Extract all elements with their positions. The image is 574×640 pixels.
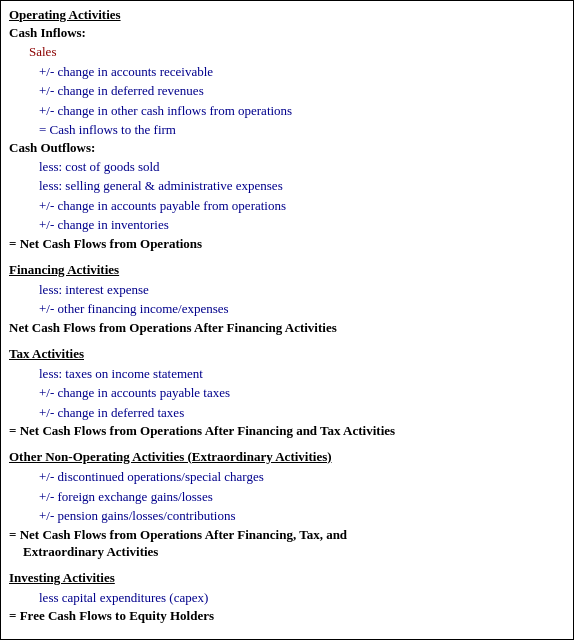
financing-activities-title: Financing Activities xyxy=(9,262,565,278)
cash-outflows-label: Cash Outflows: xyxy=(9,140,565,156)
pension-gains-losses: +/- pension gains/losses/contributions xyxy=(9,506,565,526)
cash-inflows-label: Cash Inflows: xyxy=(9,25,565,41)
operating-activities-section: Operating Activities Cash Inflows: Sales… xyxy=(9,7,565,252)
net-cash-flows-after-financing-tax-extraordinary-line2: Extraordinary Activities xyxy=(9,544,565,560)
capital-expenditures: less capital expenditures (capex) xyxy=(9,588,565,608)
free-cash-flows-equity: = Free Cash Flows to Equity Holders xyxy=(9,608,565,624)
cost-of-goods-sold: less: cost of goods sold xyxy=(9,157,565,177)
selling-general-admin: less: selling general & administrative e… xyxy=(9,176,565,196)
cash-inflows-to-firm: = Cash inflows to the firm xyxy=(9,120,565,140)
taxes-on-income-statement: less: taxes on income statement xyxy=(9,364,565,384)
change-deferred-revenues: +/- change in deferred revenues xyxy=(9,81,565,101)
net-cash-flows-after-financing-tax-extraordinary-line1: = Net Cash Flows from Operations After F… xyxy=(9,527,565,543)
tax-activities-section: Tax Activities less: taxes on income sta… xyxy=(9,346,565,440)
change-inventories: +/- change in inventories xyxy=(9,215,565,235)
net-cash-flows-after-financing: Net Cash Flows from Operations After Fin… xyxy=(9,320,565,336)
change-accounts-payable-taxes: +/- change in accounts payable taxes xyxy=(9,383,565,403)
sales-item: Sales xyxy=(9,42,565,62)
foreign-exchange-gains-losses: +/- foreign exchange gains/losses xyxy=(9,487,565,507)
other-activities-section: Other Non-Operating Activities (Extraord… xyxy=(9,449,565,560)
change-accounts-receivable: +/- change in accounts receivable xyxy=(9,62,565,82)
operating-activities-title: Operating Activities xyxy=(9,7,565,23)
net-cash-flows-operations: = Net Cash Flows from Operations xyxy=(9,236,565,252)
investing-activities-section: Investing Activities less capital expend… xyxy=(9,570,565,625)
change-deferred-taxes: +/- change in deferred taxes xyxy=(9,403,565,423)
net-cash-flows-after-financing-tax: = Net Cash Flows from Operations After F… xyxy=(9,423,565,439)
investing-activities-title: Investing Activities xyxy=(9,570,565,586)
main-container: Operating Activities Cash Inflows: Sales… xyxy=(0,0,574,640)
other-financing-income-expenses: +/- other financing income/expenses xyxy=(9,299,565,319)
other-activities-title: Other Non-Operating Activities (Extraord… xyxy=(9,449,565,465)
financing-activities-section: Financing Activities less: interest expe… xyxy=(9,262,565,336)
change-accounts-payable-ops: +/- change in accounts payable from oper… xyxy=(9,196,565,216)
tax-activities-title: Tax Activities xyxy=(9,346,565,362)
change-other-cash-inflows: +/- change in other cash inflows from op… xyxy=(9,101,565,121)
interest-expense: less: interest expense xyxy=(9,280,565,300)
discontinued-operations: +/- discontinued operations/special char… xyxy=(9,467,565,487)
